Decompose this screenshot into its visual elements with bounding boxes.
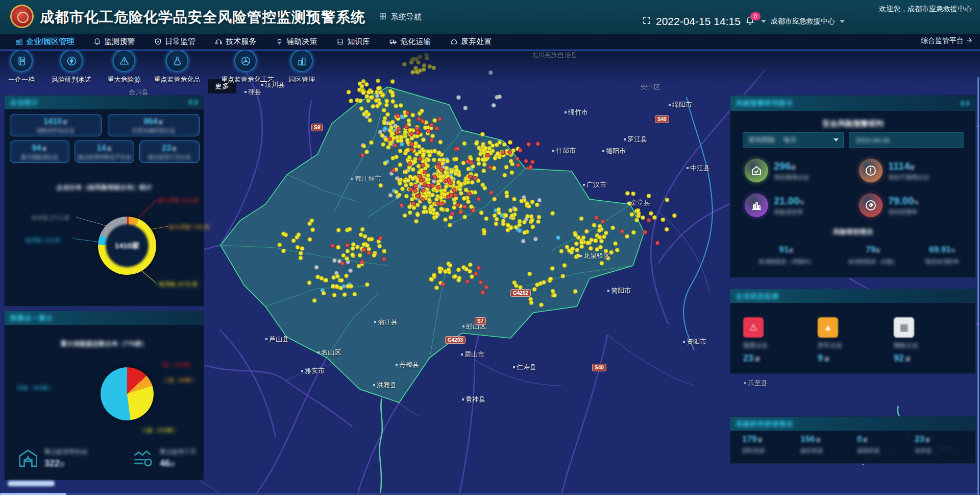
stat-card[interactable]: 94家 重大危险源企业	[10, 140, 69, 163]
risk-stat-value: 21.00%	[774, 195, 804, 207]
hazmat-item-value: 46家	[160, 458, 197, 469]
donut-legend-item: 较大风险 (78) 家	[169, 223, 210, 231]
chevron-down-icon[interactable]	[761, 20, 766, 23]
notification-bell[interactable]: 0	[745, 16, 756, 27]
subnav-item-6[interactable]: 园区管理	[277, 50, 326, 84]
risk-stat: 1114家 管控不预期企业	[859, 159, 929, 182]
commit-item-label: 按时承诺	[742, 447, 765, 455]
arrow-right-icon	[966, 37, 973, 45]
subnav-item-3[interactable]: 重大危险源	[100, 50, 149, 84]
risk-stat-label: 管控不预期企业	[888, 174, 929, 181]
subnav-bar: 一企一档 风险研判承诺 重大危险源 重点监管危化品 重点监管危化工艺 园区管理	[0, 50, 357, 81]
subnav-item-1[interactable]: 一企一档	[0, 50, 46, 84]
nav-item-1[interactable]: 企业/园区管理	[15, 37, 74, 46]
risk-stat-label: 管控预期企业	[774, 174, 809, 181]
app-logo	[10, 5, 34, 28]
stat-card-value: 23家	[140, 144, 199, 153]
notification-badge: 0	[750, 12, 761, 20]
status-panel-header: 企业状态监测	[730, 289, 975, 303]
nav-item-5[interactable]: 辅助决策	[276, 37, 317, 46]
enterprise-panel-more[interactable]: 更多	[188, 99, 199, 106]
commit-item-value: 23家	[915, 434, 932, 444]
app-title: 成都市化工危险化学品安全风险管控监测预警系统	[40, 8, 365, 27]
chevron-down-icon	[834, 138, 839, 142]
subnav-item-2[interactable]: 风险研判承诺	[47, 50, 96, 84]
map-city-label: 蒲江县	[374, 317, 398, 326]
control-stat: 69.91% 隐患未消除率	[901, 245, 980, 266]
subnav-item-label: 风险研判承诺	[47, 75, 96, 84]
status-item-value: 23家	[743, 353, 768, 364]
nav-item-2[interactable]: 监测预警	[93, 37, 135, 46]
hazmat-item: 重点监管工艺 46家	[132, 447, 197, 470]
platform-link[interactable]: 综合监管平台	[921, 36, 973, 45]
horizontal-scrollbar[interactable]	[0, 493, 980, 495]
siren-icon	[865, 199, 877, 211]
status-item-value: 9家	[818, 353, 842, 364]
subnav-item-label: 一企一档	[0, 75, 46, 84]
control-subtitle: 风险管控情况	[730, 227, 975, 237]
dashboard-root: 金川县理县汶川县北川羌族自治县安州区绵竹市绵阳市罗江县什邡市德阳市中江县广汉市金…	[0, 0, 980, 495]
status-item: ▲ 异常企业 9家	[818, 317, 842, 364]
risk-panel: 风险预警研判提示 更多 安全风险预警研判 查询周期 每天 2022-04-16 …	[730, 95, 976, 278]
alert-circle-icon	[865, 164, 877, 177]
stat-card[interactable]: 1410家 危险化学品企业	[10, 114, 102, 136]
road-badge: S9	[311, 124, 323, 131]
scrollbar-thumb[interactable]	[0, 493, 66, 495]
status-item-icon: ▦	[894, 317, 914, 338]
warning-triangle-icon	[119, 56, 130, 66]
nav-item-7[interactable]: 危化运输	[389, 37, 431, 46]
stat-card[interactable]: 14家 重点监管特殊生产企业	[75, 140, 134, 163]
risk-stat-value: 79.00%	[888, 195, 919, 207]
subnav-item-5[interactable]: 重点监管危化工艺	[221, 50, 270, 84]
fullscreen-icon[interactable]	[642, 16, 651, 27]
control-stat-label: 隐患未消除率	[901, 258, 980, 266]
nav-item-4[interactable]: 技术服务	[215, 37, 256, 46]
map-city-label: 都江堰市	[351, 174, 381, 183]
status-panel-title: 企业状态监测	[736, 292, 779, 301]
chevron-down-icon[interactable]	[840, 20, 845, 23]
scroll-pill[interactable]	[8, 481, 55, 486]
donut-chart-title: 企业分布（按风险等级分布）统计	[5, 183, 204, 192]
nav-item-6[interactable]: 知识库	[336, 37, 370, 46]
nav-item-label: 监测预警	[104, 37, 135, 46]
status-item-icon: ▲	[818, 317, 838, 338]
enterprise-panel: 企业统计 更多 1410家 危险化学品企业864家 在营仓储经营企业 94家 重…	[4, 95, 204, 307]
process-icon	[132, 447, 155, 470]
nav-item-8[interactable]: 废弃处置	[450, 37, 492, 46]
datetime-text: 2022-04-15 14:15	[656, 15, 741, 28]
commit-item-value: 179家	[742, 434, 765, 444]
user-menu[interactable]: 成都市应急救援中心	[771, 17, 835, 26]
vertical-scrollbar[interactable]	[977, 77, 979, 495]
park-icon	[297, 56, 307, 66]
nav-item-3[interactable]: 日常监管	[154, 37, 195, 46]
bulb-icon	[276, 38, 283, 45]
donut-legend-item: 一般风险 (973) 家	[154, 280, 198, 288]
pie-chart	[101, 367, 154, 420]
subnav-item-label: 重点监管危化工艺	[221, 75, 270, 84]
chart-bars-icon	[750, 199, 763, 211]
commit-item-label: 超时承诺	[800, 447, 823, 455]
stat-card-label: 重大危险源企业	[10, 154, 69, 161]
query-period-select[interactable]: 查询周期 每天	[743, 132, 844, 148]
query-date-input[interactable]: 2022-04-16	[849, 132, 964, 148]
app-header: 成都市化工危险化学品安全风险管控监测预警系统 系统导航 欢迎您，成都市应急救援中…	[0, 0, 980, 34]
map-city-label: 中江县	[687, 163, 710, 173]
status-item-value: 92家	[894, 353, 918, 364]
stat-card[interactable]: 864家 在营仓储经营企业	[108, 114, 200, 136]
subnav-item-label: 园区管理	[277, 75, 326, 84]
road-badge: S7	[475, 317, 486, 325]
commit-item-value: 0家	[857, 434, 879, 444]
subnav-item-4[interactable]: 重点监管危化品	[153, 50, 202, 84]
nav-item-label: 日常监管	[165, 37, 195, 46]
stat-card[interactable]: 23家 重点监管工艺企业	[139, 140, 200, 163]
map-city-label: 丹棱县	[396, 360, 419, 369]
risk-panel-more[interactable]: 更多	[960, 100, 971, 107]
subnav-item-label: 重大危险源	[100, 75, 149, 84]
system-nav-button[interactable]: 系统导航	[379, 12, 422, 22]
map-city-label: 金堂县	[627, 198, 650, 207]
risk-stat-icon-circle	[745, 194, 768, 217]
commit-item: 23家 未承诺	[915, 434, 932, 455]
map-city-label: 罗江县	[624, 135, 647, 144]
fullscreen-icon	[642, 16, 651, 25]
map-city-label: 理县	[244, 87, 261, 97]
